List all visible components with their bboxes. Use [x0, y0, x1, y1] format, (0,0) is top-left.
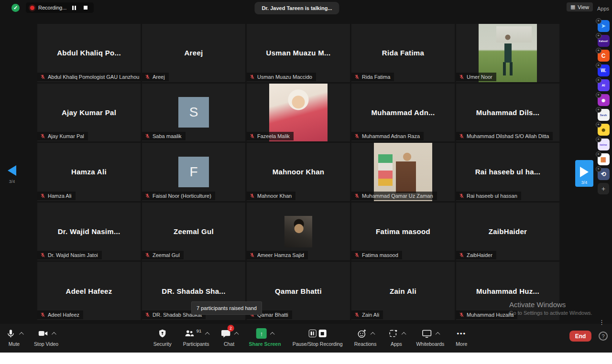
chevron-up-icon[interactable]	[52, 332, 56, 336]
view-button[interactable]: ▦ View	[567, 2, 593, 11]
participant-display-name: Rai haseeb ul ha...	[475, 168, 541, 176]
participant-tile[interactable]: S Saba maalik	[142, 84, 245, 142]
more-icon: •••	[457, 329, 467, 338]
toolbar-item-mute[interactable]: Mute	[6, 327, 22, 347]
participant-tile[interactable]: Hamza Ali Hamza Ali	[37, 143, 141, 201]
participant-name-label: Muhammad Adnan Raza	[351, 132, 424, 140]
twine-app-icon[interactable]: twine	[598, 139, 610, 150]
next-page-button[interactable]: 3/4	[575, 160, 593, 187]
toolbar-item-security[interactable]: Security	[153, 327, 172, 347]
activate-windows-watermark: Activate Windows Go to Settings to activ…	[509, 300, 592, 316]
toolbar-item-reactions[interactable]: Reactions	[354, 327, 377, 347]
participant-display-name: Hamza Ali	[71, 168, 107, 176]
participant-name-text: Fazeela Malik	[257, 133, 290, 139]
participant-tile[interactable]: Ameer Hamza Sajid	[247, 203, 350, 261]
system-shield-check-icon: ✓	[11, 4, 20, 12]
participant-tile[interactable]: Muhammad Dils... Muhammad Dilshad S/O Al…	[456, 84, 559, 142]
toolbar-item-label: Whiteboards	[416, 341, 444, 347]
add-app-button[interactable]: +	[598, 183, 609, 194]
sesh-app-icon[interactable]: Sesh	[598, 109, 610, 121]
chevron-up-icon[interactable]	[234, 332, 239, 336]
participant-name-label: ZaibHaider	[456, 251, 496, 259]
participant-name-label: Muhammad Dilshad S/O Allah Ditta	[456, 132, 553, 140]
grid-view-icon: ▦	[570, 4, 575, 10]
muted-mic-icon	[145, 193, 150, 199]
toolbar-item-label: Apps	[391, 341, 402, 347]
toolbar-item-pause-stop-recording[interactable]: Pause/Stop Recording	[293, 327, 343, 347]
participant-name-label: Rida Fatima	[351, 73, 394, 81]
participant-tile[interactable]: Adeel Hafeez Adeel Hafeez	[37, 262, 141, 320]
muted-mic-icon	[354, 312, 360, 318]
muted-mic-icon	[459, 74, 464, 80]
participant-tile[interactable]: Zain Ali Zain Ali	[351, 262, 455, 320]
chevron-up-icon[interactable]	[270, 332, 275, 336]
share-screen-icon: ↑	[256, 328, 267, 339]
participant-tile[interactable]: Zeemal Gul Zeemal Gul	[142, 203, 245, 261]
participant-display-name: Abdul Khaliq Po...	[57, 49, 121, 57]
muted-mic-icon	[459, 133, 464, 139]
chevron-up-icon[interactable]	[401, 332, 406, 336]
toolbar-item-more[interactable]: ••• More	[456, 327, 467, 347]
participant-tile[interactable]: Fatima masood Fatima masood	[351, 203, 455, 261]
toolbar-item-chat[interactable]: 2 Chat	[221, 327, 238, 347]
toolbar-item-whiteboards[interactable]: Whiteboards	[416, 327, 444, 347]
sync-app-icon[interactable]: ⟲	[598, 168, 610, 180]
help-button[interactable]: ?	[599, 332, 608, 341]
w-blue-app-icon[interactable]: W.	[598, 64, 610, 76]
participant-tile[interactable]: Dr. Wajid Nasim... Dr. Wajid Nasim Jatoi	[37, 203, 141, 261]
blue-send-app-icon[interactable]: ➤	[598, 20, 610, 32]
chevron-up-icon[interactable]	[205, 332, 209, 336]
participant-name-text: Adeel Hafeez	[48, 312, 79, 318]
participant-tile[interactable]: ZaibHaider ZaibHaider	[456, 203, 559, 261]
kahoot-app-icon[interactable]: Kahoot!	[598, 35, 610, 47]
participant-display-name: Qamar Bhatti	[275, 287, 322, 295]
smiley-app-icon[interactable]: ☻	[598, 124, 610, 136]
participant-display-name: ZaibHaider	[489, 227, 527, 236]
chevron-up-icon[interactable]	[19, 332, 24, 336]
appsbox-icon	[388, 329, 398, 339]
toolbar-item-stop-video[interactable]: Stop Video	[34, 327, 58, 347]
pause-recording-icon[interactable]	[70, 4, 78, 11]
participant-tile[interactable]: F Faisal Noor (Horticulture)	[142, 143, 245, 201]
participant-display-name: Adeel Hafeez	[66, 287, 112, 295]
participant-display-name: Zain Ali	[390, 287, 416, 295]
stop-recording-icon[interactable]	[82, 4, 89, 11]
share-icon: ↑	[256, 328, 267, 339]
participant-tile[interactable]: Abdul Khaliq Po... Abdul Khaliq Pomologi…	[37, 24, 141, 82]
participant-tile[interactable]: Muhammad Adn... Muhammad Adnan Raza	[351, 84, 455, 142]
toolbar-item-share-screen[interactable]: ↑ Share Screen	[249, 327, 281, 347]
participant-tile[interactable]: Umer Noor	[456, 24, 559, 82]
toolbar-item-label: More	[456, 341, 467, 347]
toolbar-item-apps[interactable]: Apps	[388, 327, 404, 347]
participant-tile[interactable]: Muhammad Qamar Uz Zaman	[351, 143, 455, 201]
participant-tile[interactable]: Rai haseeb ul ha... Rai haseeb ul hassan	[456, 143, 559, 201]
toolbar-item-label: Mute	[9, 341, 20, 347]
participant-name-text: Zeemal Gul	[153, 252, 180, 258]
orange-c-app-icon[interactable]: C	[598, 50, 610, 62]
muted-mic-icon	[145, 312, 150, 318]
participant-tile[interactable]: Qamar Bhatti Qamar Bhatti	[247, 262, 350, 320]
color-grid-app-icon[interactable]: ▦	[598, 153, 610, 165]
ai-circle-app-icon[interactable]: AI	[598, 79, 610, 91]
participant-tile[interactable]: Mahnoor Khan Mahnoor Khan	[247, 143, 350, 201]
participant-name-label: Dr. Wajid Nasim Jatoi	[37, 251, 102, 259]
end-meeting-button[interactable]: End	[569, 331, 591, 342]
participant-tile[interactable]: Rida Fatima Rida Fatima	[351, 24, 455, 82]
toolbar-overflow-dots-icon[interactable]: ⋮	[599, 319, 605, 326]
muted-mic-icon	[354, 133, 360, 139]
shield-icon	[158, 329, 167, 338]
participant-tile[interactable]: Areej Areej	[142, 24, 245, 82]
participant-name-text: Rida Fatima	[362, 74, 390, 80]
participant-tile[interactable]: Ajay Kumar Pal Ajay Kumar Pal	[37, 84, 141, 142]
participant-name-text: Muhammad Adnan Raza	[362, 133, 420, 139]
toolbar-item-participants[interactable]: 91 Participants	[183, 327, 209, 347]
participant-tile[interactable]: Fazeela Malik	[247, 84, 350, 142]
participant-count: 91	[197, 328, 202, 333]
chevron-up-icon[interactable]	[371, 332, 375, 336]
people-icon	[184, 328, 195, 339]
previous-page-button[interactable]: 3/4	[5, 165, 19, 184]
participant-display-name: Usman Muazu M...	[266, 49, 331, 57]
chevron-up-icon[interactable]	[436, 332, 440, 336]
purple-burst-app-icon[interactable]: ◉	[598, 94, 610, 106]
participant-tile[interactable]: Usman Muazu M... Usman Muazu Maccido	[247, 24, 350, 82]
